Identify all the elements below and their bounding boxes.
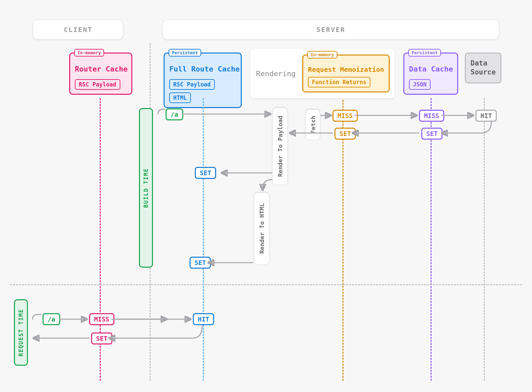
token-set-payload: SET [195,167,216,179]
sidebar-build-time: BUILD TIME [139,108,153,268]
chip-router-rsc: RSC Payload [75,79,120,90]
lane-fullroute [203,98,204,381]
card-router-cache: In-memory Router Cache RSC Payload [69,53,132,95]
title-datacache: Data Cache [409,65,453,73]
token-fullroute-hit: HIT [193,313,214,325]
chip-fullroute-html: HTML [169,92,191,103]
vbox-render-html: Render To HTML [254,193,269,264]
caching-diagram: CLIENT SERVER In-memory Router Cache RSC… [0,0,532,392]
chip-memo-fn: Function Returns [308,77,370,87]
token-route-a-request: /a [43,313,60,325]
badge-fullroute: Persistent [169,49,201,57]
chip-datacache-json: JSON [409,79,431,90]
divider-build-request [10,284,522,285]
rendering-container: Rendering In-memory Request Memoization … [250,49,395,98]
lane-datasource [484,98,485,381]
sidebar-request-time: REQUEST TIME [14,299,28,366]
badge-datacache: Persistent [408,49,441,57]
token-memo-set: SET [334,128,356,140]
card-data-source: Data Source [465,53,501,83]
card-data-cache: Persistent Data Cache JSON [403,53,458,95]
card-request-memoization: In-memory Request Memoization Function R… [302,55,390,92]
token-data-set: SET [421,128,443,140]
token-route-a-build: /a [166,108,183,120]
badge-memo: In-memory [307,51,337,59]
token-router-miss: MISS [89,313,114,325]
title-router: Router Cache [75,65,127,73]
header-client: CLIENT [33,20,123,39]
rendering-label: Rendering [256,69,296,78]
token-source-hit: HIT [475,110,497,122]
vbox-render-payload: Render To Payload [273,108,287,185]
vbox-fetch: Fetch [306,110,320,140]
badge-router: In-memory [74,49,104,57]
chip-fullroute-rsc: RSC Payload [169,79,215,90]
lane-datacache [431,98,432,381]
title-fullroute: Full Route Cache [169,65,236,73]
token-memo-miss: MISS [332,110,358,122]
title-datasource: Data Source [470,59,496,77]
token-data-miss: MISS [419,110,444,122]
lane-memo [342,100,343,381]
title-memo: Request Memoization [308,65,384,73]
token-router-set: SET [91,332,112,344]
header-server: SERVER [163,20,499,39]
token-set-html: SET [190,257,211,269]
